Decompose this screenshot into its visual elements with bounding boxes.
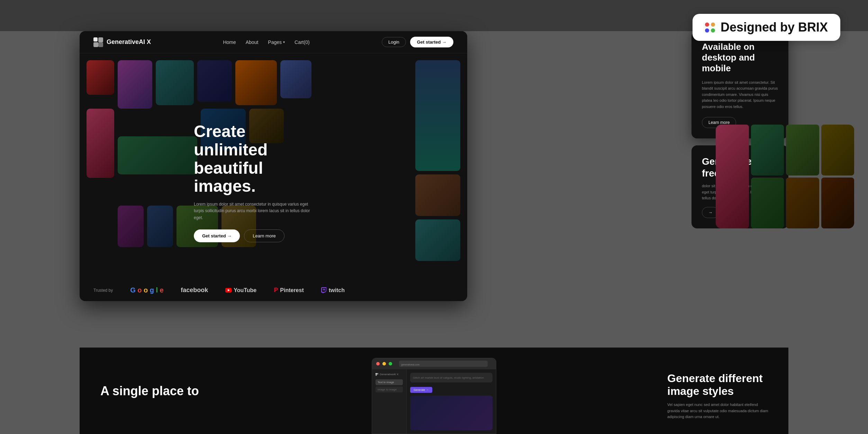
hero-image-right-1 xyxy=(415,60,460,171)
youtube-logo: YouTube xyxy=(225,287,256,293)
brix-dot-green xyxy=(711,28,715,33)
hero-title: Create unlimited beautiful images. xyxy=(194,123,318,196)
gallery-image-2 xyxy=(751,125,784,175)
brix-dots-icon xyxy=(705,22,715,33)
minimize-dot xyxy=(382,362,386,365)
bottom-right-title: Generate different image styles xyxy=(667,372,771,398)
brix-dot-blue xyxy=(705,28,709,33)
nav-about[interactable]: About xyxy=(246,39,259,45)
nav-logo: GenerativeAI X xyxy=(93,37,151,47)
login-button[interactable]: Login xyxy=(382,37,406,47)
gallery-image-5 xyxy=(751,178,784,228)
hero-image-12 xyxy=(147,206,173,247)
bottom-left-block: A single place to xyxy=(100,384,204,398)
nav-pages-label: Pages xyxy=(268,39,282,45)
svg-rect-6 xyxy=(323,289,324,290)
hero-image-right-3 xyxy=(415,219,460,261)
hero-get-started-button[interactable]: Get started → xyxy=(194,229,240,242)
brix-badge: Designed by BRIX xyxy=(693,14,840,41)
gallery-image-6 xyxy=(786,178,819,228)
trusted-label: Trusted by xyxy=(93,288,113,293)
mockup-prompt-text: Glitch art marble bust of caligula, stud… xyxy=(413,376,484,379)
twitch-logo: twitch xyxy=(321,287,345,293)
bottom-right-block: Generate different image styles Vel sapi… xyxy=(667,372,771,420)
svg-rect-9 xyxy=(377,373,378,374)
hero-image-4 xyxy=(197,60,232,102)
youtube-icon xyxy=(225,288,232,292)
hero-image-5 xyxy=(235,60,277,105)
chevron-down-icon: ▾ xyxy=(283,40,285,44)
hero-text-block: Create unlimited beautiful images. Lorem… xyxy=(194,123,318,242)
mockup-body: GenerativeAI X Text to image Image to im… xyxy=(372,369,496,434)
mockup-image-preview xyxy=(410,396,492,430)
desktop-mobile-panel: Available on desktop and mobile Lorem ip… xyxy=(691,31,788,138)
close-dot xyxy=(376,362,380,365)
brix-dot-orange xyxy=(711,22,715,27)
url-text: generativeai.com xyxy=(399,363,422,366)
hero-image-right-2 xyxy=(415,174,460,216)
twitch-icon xyxy=(321,287,327,293)
nav-bar: GenerativeAI X Home About Pages ▾ Cart(0… xyxy=(80,31,467,53)
hero-image-8 xyxy=(118,136,197,174)
svg-rect-3 xyxy=(98,42,103,47)
mockup-sidebar: GenerativeAI X Text to image Image to im… xyxy=(372,369,407,434)
hero-learn-more-button[interactable]: Learn more xyxy=(244,229,284,242)
trusted-by-bar: Trusted by Google facebook YouTube PPint… xyxy=(80,286,467,294)
mockup-top-bar: generativeai.com xyxy=(372,358,496,369)
svg-rect-7 xyxy=(324,289,325,290)
gallery-image-3 xyxy=(786,125,819,175)
nav-actions: Login Get started → xyxy=(382,37,453,47)
bottom-left-title: A single place to xyxy=(100,384,204,398)
gallery-image-1 xyxy=(716,125,749,228)
nav-cart[interactable]: Cart(0) xyxy=(295,39,310,45)
svg-rect-10 xyxy=(376,374,377,376)
facebook-logo: facebook xyxy=(181,287,208,294)
svg-rect-0 xyxy=(93,37,98,42)
brix-badge-label: Designed by BRIX xyxy=(721,20,828,35)
hero-subtitle: Lorem ipsum dolor sit amet consectetur i… xyxy=(194,201,318,221)
bottom-mockup: generativeai.com GenerativeAI X Text to … xyxy=(372,358,496,434)
desktop-mobile-text: Lorem ipsum dolor sit amet consectetur. … xyxy=(702,80,778,110)
hero-image-2 xyxy=(118,60,152,109)
hero-buttons: Get started → Learn more xyxy=(194,229,318,242)
mockup-main-area: Glitch art marble bust of caligula, stud… xyxy=(407,369,496,434)
google-logo: Google xyxy=(130,286,163,294)
mockup-sidebar-image-to-image[interactable]: Image to image xyxy=(376,387,403,392)
nav-home[interactable]: Home xyxy=(223,39,236,45)
logo-text: GenerativeAI X xyxy=(107,38,151,46)
gallery-image-7 xyxy=(821,178,855,228)
hero-image-6 xyxy=(280,60,311,98)
nav-pages-dropdown[interactable]: Pages ▾ xyxy=(268,39,285,45)
free-button-arrow: → xyxy=(708,210,713,215)
gallery-image-4 xyxy=(821,125,855,175)
mockup-logo-text: GenerativeAI X xyxy=(380,373,398,376)
svg-rect-8 xyxy=(376,373,377,374)
hero-image-3 xyxy=(156,60,194,105)
mockup-logo: GenerativeAI X xyxy=(376,373,403,376)
desktop-mobile-title: Available on desktop and mobile xyxy=(702,42,778,74)
mockup-prompt-input[interactable]: Glitch art marble bust of caligula, stud… xyxy=(410,373,492,382)
hero-image-7 xyxy=(87,109,114,178)
hero-section: Create unlimited beautiful images. Lorem… xyxy=(80,53,467,301)
mockup-generate-button[interactable]: Generate → xyxy=(410,387,432,393)
get-started-button[interactable]: Get started → xyxy=(410,37,453,47)
logo-icon xyxy=(93,37,103,47)
browser-window: GenerativeAI X Home About Pages ▾ Cart(0… xyxy=(80,31,467,301)
bottom-right-text: Vel sapien eget nunc sed amet dolor habi… xyxy=(667,402,771,420)
maximize-dot xyxy=(389,362,392,365)
brix-dot-red xyxy=(705,22,709,27)
svg-rect-1 xyxy=(98,37,103,42)
mockup-sidebar-text-to-image[interactable]: Text to image xyxy=(376,379,403,385)
nav-links: Home About Pages ▾ Cart(0) xyxy=(223,39,309,45)
hero-image-1 xyxy=(87,60,114,95)
svg-rect-2 xyxy=(93,42,98,47)
gallery-overlay xyxy=(716,125,854,228)
pinterest-logo: PPinterest xyxy=(274,287,304,294)
hero-image-11 xyxy=(118,206,144,247)
mockup-logo-icon xyxy=(376,373,378,376)
url-bar: generativeai.com xyxy=(399,361,488,367)
